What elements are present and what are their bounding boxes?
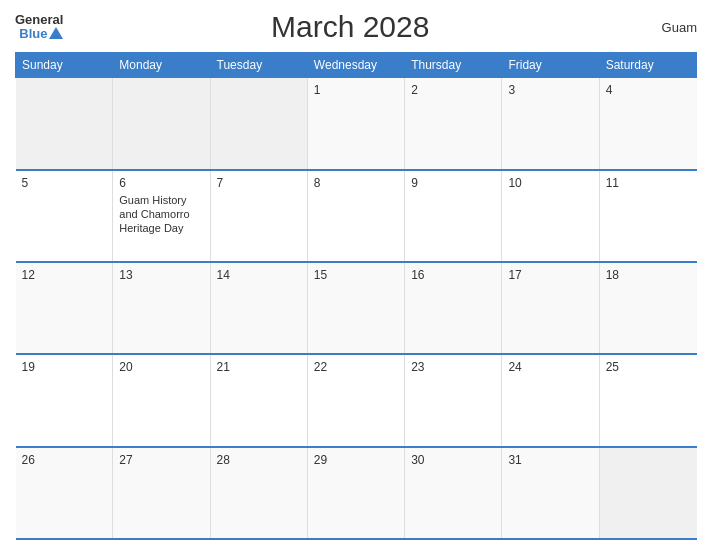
calendar-cell: 27: [113, 447, 210, 539]
calendar-cell: 14: [210, 262, 307, 354]
day-number: 20: [119, 360, 203, 374]
logo-general-text: General: [15, 13, 63, 27]
day-number: 3: [508, 83, 592, 97]
calendar-header-row: Sunday Monday Tuesday Wednesday Thursday…: [16, 53, 697, 78]
calendar-cell: 23: [405, 354, 502, 446]
calendar-cell: 11: [599, 170, 696, 262]
calendar-cell: 18: [599, 262, 696, 354]
calendar-cell: [599, 447, 696, 539]
day-number: 7: [217, 176, 301, 190]
logo-triangle-icon: [49, 27, 63, 39]
day-number: 23: [411, 360, 495, 374]
calendar-week-4: 19202122232425: [16, 354, 697, 446]
day-number: 16: [411, 268, 495, 282]
day-number: 26: [22, 453, 107, 467]
calendar-table: Sunday Monday Tuesday Wednesday Thursday…: [15, 52, 697, 540]
day-number: 31: [508, 453, 592, 467]
calendar-cell: 21: [210, 354, 307, 446]
day-number: 6: [119, 176, 203, 190]
day-number: 5: [22, 176, 107, 190]
calendar-cell: 20: [113, 354, 210, 446]
day-number: 30: [411, 453, 495, 467]
day-number: 19: [22, 360, 107, 374]
calendar-week-5: 262728293031: [16, 447, 697, 539]
col-monday: Monday: [113, 53, 210, 78]
day-number: 18: [606, 268, 691, 282]
calendar-cell: 29: [307, 447, 404, 539]
day-number: 13: [119, 268, 203, 282]
day-number: 2: [411, 83, 495, 97]
day-number: 28: [217, 453, 301, 467]
day-number: 10: [508, 176, 592, 190]
day-number: 14: [217, 268, 301, 282]
calendar-cell: 10: [502, 170, 599, 262]
calendar-cell: 12: [16, 262, 113, 354]
col-saturday: Saturday: [599, 53, 696, 78]
col-thursday: Thursday: [405, 53, 502, 78]
day-number: 22: [314, 360, 398, 374]
calendar-cell: 13: [113, 262, 210, 354]
day-number: 29: [314, 453, 398, 467]
logo-blue-text: Blue: [19, 27, 47, 41]
calendar-cell: 16: [405, 262, 502, 354]
day-number: 9: [411, 176, 495, 190]
event-text: Guam History and Chamorro Heritage Day: [119, 194, 189, 235]
day-number: 15: [314, 268, 398, 282]
calendar-cell: 24: [502, 354, 599, 446]
calendar-cell: 25: [599, 354, 696, 446]
calendar-cell: [16, 78, 113, 170]
calendar-cell: 30: [405, 447, 502, 539]
calendar-cell: 9: [405, 170, 502, 262]
calendar-cell: 3: [502, 78, 599, 170]
col-wednesday: Wednesday: [307, 53, 404, 78]
day-number: 11: [606, 176, 691, 190]
day-number: 8: [314, 176, 398, 190]
day-number: 4: [606, 83, 691, 97]
calendar-cell: 28: [210, 447, 307, 539]
col-tuesday: Tuesday: [210, 53, 307, 78]
calendar-cell: 22: [307, 354, 404, 446]
calendar-cell: 17: [502, 262, 599, 354]
calendar-cell: 6Guam History and Chamorro Heritage Day: [113, 170, 210, 262]
calendar-cell: 7: [210, 170, 307, 262]
day-number: 12: [22, 268, 107, 282]
calendar-cell: [113, 78, 210, 170]
calendar-cell: 19: [16, 354, 113, 446]
calendar-week-2: 56Guam History and Chamorro Heritage Day…: [16, 170, 697, 262]
col-sunday: Sunday: [16, 53, 113, 78]
calendar-cell: 31: [502, 447, 599, 539]
calendar-cell: 8: [307, 170, 404, 262]
col-friday: Friday: [502, 53, 599, 78]
calendar-cell: 4: [599, 78, 696, 170]
day-number: 17: [508, 268, 592, 282]
logo: General Blue: [15, 13, 63, 42]
page-header: General Blue March 2028 Guam: [15, 10, 697, 44]
day-number: 1: [314, 83, 398, 97]
calendar-week-3: 12131415161718: [16, 262, 697, 354]
day-number: 27: [119, 453, 203, 467]
calendar-cell: 26: [16, 447, 113, 539]
day-number: 21: [217, 360, 301, 374]
day-number: 24: [508, 360, 592, 374]
day-number: 25: [606, 360, 691, 374]
calendar-cell: 5: [16, 170, 113, 262]
month-title: March 2028: [63, 10, 637, 44]
region-label: Guam: [637, 20, 697, 35]
calendar-cell: 15: [307, 262, 404, 354]
calendar-week-1: 1234: [16, 78, 697, 170]
calendar-cell: 2: [405, 78, 502, 170]
calendar-cell: [210, 78, 307, 170]
calendar-cell: 1: [307, 78, 404, 170]
